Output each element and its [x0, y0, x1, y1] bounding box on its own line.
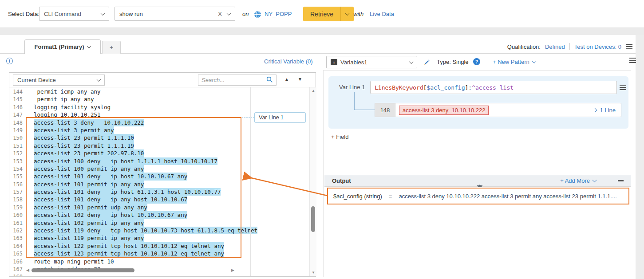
code-line[interactable]: 157access-list 101 deny ip host 61.1.3.1…	[9, 188, 309, 196]
variables-dropdown[interactable]: x Variables1	[326, 56, 417, 68]
scroll-down-icon[interactable]: ▼	[312, 271, 315, 275]
line-number: 166	[13, 258, 23, 266]
minimize-icon[interactable]	[618, 180, 624, 181]
code-line[interactable]: 168	[9, 273, 309, 276]
code-line[interactable]: 162access-list 119 deny tcp host 10.10.1…	[9, 227, 309, 234]
code-line[interactable]: 158access-list 101 deny ip any host 10.1…	[9, 196, 309, 203]
collapse-up-icon[interactable]	[477, 178, 482, 186]
command-input[interactable]: show run X	[115, 7, 235, 21]
line-text: access-list 101 deny ip host 10.10.10.67…	[34, 173, 187, 180]
sample-panel-header: Current Device Search... ▲ ▼	[9, 73, 316, 87]
code-line[interactable]: 163access-list 119 permit ip any any	[9, 234, 309, 242]
scroll-left-icon[interactable]: ◀	[26, 268, 29, 272]
test-on-devices-link[interactable]: Test on Devices: 0	[574, 43, 621, 50]
retrieve-dropdown-button[interactable]	[340, 7, 354, 21]
device-name-link[interactable]: NY_POPP	[265, 11, 292, 17]
find-previous-button[interactable]: ▲	[284, 77, 289, 82]
code-line[interactable]: 152access-list 23 permit 202.97.8.10	[9, 149, 309, 157]
add-more-button[interactable]: + Add More	[560, 177, 596, 184]
add-field-button[interactable]: + Field	[331, 134, 348, 140]
code-line[interactable]: 151access-list 23 permit 1.1.1.19	[9, 142, 309, 149]
chevron-down-icon	[409, 59, 414, 64]
edit-pencil-icon[interactable]	[423, 58, 430, 67]
data-type-value: CLI Command	[44, 11, 81, 17]
code-line[interactable]: 149access-list 3 permit any	[9, 126, 309, 134]
add-tab-button[interactable]: +	[102, 41, 121, 54]
scroll-up-icon[interactable]: ▲	[312, 89, 315, 93]
var-line-tag[interactable]: Var Line 1	[254, 112, 306, 123]
line-text: access-list 102 permit ip any any	[34, 219, 144, 227]
pattern-expression-input[interactable]: LinesByKeyword[$acl_config]:^access-list	[370, 81, 617, 94]
line-number: 153	[13, 158, 23, 165]
code-line[interactable]: 150access-list 23 permit 1.1.1.10	[9, 134, 309, 141]
pattern-menu-icon[interactable]	[620, 85, 626, 90]
line-number: 154	[13, 165, 23, 173]
device-scope-dropdown[interactable]: Current Device	[13, 75, 105, 86]
line-text: logging 10.10.10.251	[34, 111, 101, 118]
output-var-value: access-list 3 deny 10.10.10.222 access-l…	[399, 193, 616, 200]
line-text: access-list 101 permit ip any any	[34, 181, 144, 188]
scroll-right-icon[interactable]: ▶	[231, 268, 234, 272]
match-count-label: 1 Line	[600, 107, 616, 114]
code-line[interactable]: 164access-list 122 permit tcp host 10.10…	[9, 242, 309, 250]
line-number: 146	[13, 104, 23, 111]
line-number: 161	[13, 220, 23, 227]
select-data-label: Select Data:	[8, 11, 40, 17]
tab-format1-label: Format1 (Primary)	[35, 43, 84, 50]
line-text: access-list 123 permit tcp host 10.10.10…	[34, 250, 224, 257]
pattern-bracket: [	[423, 84, 427, 91]
line-number: 157	[13, 189, 23, 196]
help-icon[interactable]: ?	[473, 58, 480, 65]
scrollbar-thumb[interactable]	[311, 206, 315, 232]
retrieve-split-button[interactable]: Retrieve	[303, 7, 354, 21]
menu-icon[interactable]	[629, 58, 636, 63]
output-title: Output	[332, 177, 351, 184]
matched-line-row[interactable]: 148 access-list 3 deny 10.10.10.222 1 Li…	[375, 103, 621, 117]
line-number: 145	[13, 96, 23, 103]
code-area-border	[250, 87, 251, 276]
code-line[interactable]: 161access-list 102 permit ip any any	[9, 219, 309, 227]
code-line[interactable]: 166route-map ning permit 10	[9, 258, 309, 265]
chevron-down-icon[interactable]	[87, 44, 91, 48]
code-line[interactable]: 155access-list 101 deny ip host 10.10.10…	[9, 173, 309, 180]
line-text: access-list 23 permit 1.1.1.19	[34, 142, 134, 149]
clear-icon[interactable]: X	[218, 11, 222, 17]
qualification-defined-link[interactable]: Defined	[545, 43, 565, 50]
line-number: 150	[13, 134, 23, 142]
matched-line-number: 148	[375, 103, 395, 117]
search-input[interactable]: Search...	[198, 75, 277, 86]
search-icon[interactable]	[266, 76, 273, 84]
output-variable-row[interactable]: $acl_config (string) = access-list 3 den…	[327, 188, 629, 204]
line-number: 159	[13, 204, 23, 212]
output-header: Output + Add More	[324, 175, 631, 187]
code-line[interactable]: 156access-list 101 permit ip any any	[9, 181, 309, 188]
code-line[interactable]: 165access-list 123 permit tcp host 10.10…	[9, 250, 309, 257]
line-number: 164	[13, 243, 23, 250]
live-data-link[interactable]: Live Data	[370, 11, 394, 17]
tab-format1[interactable]: Format1 (Primary)	[24, 39, 101, 54]
match-connector-line	[354, 92, 375, 110]
critical-variable-link[interactable]: Critical Variable (0)	[264, 58, 313, 65]
vertical-scrollbar[interactable]: ▲ ▼	[309, 87, 316, 276]
menu-icon[interactable]	[626, 44, 632, 49]
data-type-dropdown[interactable]: CLI Command	[39, 7, 109, 21]
line-text: permit icmp any any	[34, 88, 101, 95]
find-next-button[interactable]: ▼	[298, 77, 302, 82]
chevron-down-icon[interactable]	[227, 11, 231, 16]
code-line[interactable]: 145 permit ip any any	[9, 95, 309, 103]
info-icon[interactable]: i	[6, 58, 13, 64]
variable-icon: x	[331, 59, 337, 65]
code-line[interactable]: 153access-list 100 deny ip host 1.1.1.1 …	[9, 157, 309, 165]
code-line[interactable]: 160access-list 102 deny ip host 10.10.10…	[9, 211, 309, 219]
match-count-link[interactable]: 1 Line	[593, 107, 616, 114]
code-line[interactable]: 154access-list 100 permit ip any any	[9, 165, 309, 173]
with-label: with	[353, 11, 363, 17]
varline-connector-dashed	[149, 117, 254, 118]
code-line[interactable]: 146logging facility syslog	[9, 103, 309, 111]
retrieve-button[interactable]: Retrieve	[303, 7, 340, 21]
code-line[interactable]: 144 permit icmp any any	[9, 88, 309, 95]
new-pattern-button[interactable]: + New Pattern	[493, 59, 536, 65]
code-line[interactable]: 159access-list 101 permit udp any any	[9, 204, 309, 211]
horizontal-scrollbar-thumb[interactable]	[32, 268, 134, 272]
line-number: 147	[13, 111, 23, 119]
